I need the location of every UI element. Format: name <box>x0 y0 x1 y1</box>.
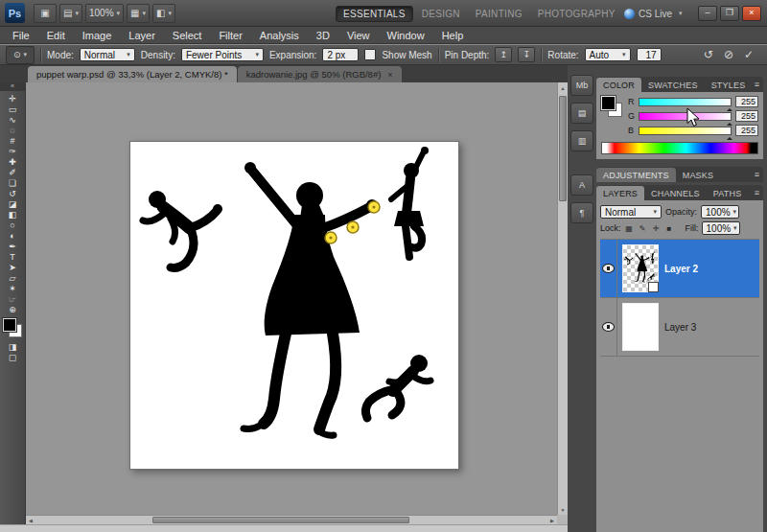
tab-adjustments[interactable]: ADJUSTMENTS <box>596 168 676 182</box>
menu-3d[interactable]: 3D <box>308 27 338 43</box>
zoom-tool[interactable]: ⊕ <box>2 304 24 314</box>
menu-window[interactable]: Window <box>379 27 433 43</box>
foreground-color-swatch[interactable] <box>3 318 16 332</box>
opacity-input[interactable]: 100% <box>701 205 739 219</box>
scroll-down-icon[interactable]: ▼ <box>558 504 568 515</box>
cs-live-button[interactable]: CS Live <box>624 4 683 23</box>
pen-tool[interactable]: ✒ <box>2 241 24 251</box>
lock-transparency-button[interactable]: ▦ <box>624 224 635 233</box>
layer-row-layer2[interactable]: Layer 2 <box>600 240 759 298</box>
horizontal-scrollbar[interactable]: ◀ ▶ <box>26 515 557 524</box>
layer-name[interactable]: Layer 3 <box>664 322 696 333</box>
workspace-painting[interactable]: PAINTING <box>469 7 529 21</box>
workspace-design[interactable]: DESIGN <box>415 7 467 21</box>
lock-image-button[interactable]: ✎ <box>638 224 648 233</box>
type-tool[interactable]: T <box>2 251 24 262</box>
path-selection-tool[interactable]: ➤ <box>2 262 24 272</box>
bridge-icon[interactable]: ▣ <box>34 4 57 23</box>
menu-filter[interactable]: Filter <box>210 27 250 43</box>
panel-color-swatches[interactable] <box>601 96 622 117</box>
tab-close-icon[interactable]: × <box>387 70 392 80</box>
pin-depth-down-button[interactable]: ↧ <box>518 47 535 62</box>
view-extras-icon[interactable]: ▤ <box>59 4 82 23</box>
vertical-scrollbar[interactable]: ▲ ▼ <box>557 82 568 515</box>
rotate-angle-input[interactable]: 17 <box>637 48 662 61</box>
move-tool[interactable]: ✛ <box>2 93 24 104</box>
puppet-warp-pin[interactable] <box>325 232 337 243</box>
menu-file[interactable]: File <box>4 27 38 43</box>
clone-source-icon[interactable]: ▥ <box>570 130 593 151</box>
rotate-dropdown[interactable]: Auto <box>585 48 631 61</box>
panel-menu-icon[interactable]: ≡ <box>755 188 759 197</box>
blue-slider[interactable] <box>639 127 732 135</box>
marquee-tool[interactable]: ▭ <box>2 104 24 114</box>
screen-mode-icon[interactable]: ◧ <box>152 4 175 23</box>
panel-foreground-swatch[interactable] <box>601 96 616 110</box>
gradient-tool[interactable]: ◧ <box>2 209 24 220</box>
commit-warp-icon[interactable]: ✓ <box>744 48 754 61</box>
document-tab-kadrowanie[interactable]: kadrowanie.jpg @ 50% (RGB/8#) × <box>238 66 402 82</box>
red-value-input[interactable]: 255 <box>735 96 758 107</box>
workspace-photography[interactable]: PHOTOGRAPHY <box>531 7 622 21</box>
document-canvas[interactable] <box>129 141 459 470</box>
canvas-area[interactable] <box>26 82 557 515</box>
green-value-input[interactable]: 255 <box>735 110 758 122</box>
blend-mode-dropdown[interactable]: Normal <box>600 205 662 219</box>
color-swatches-widget[interactable] <box>3 318 22 337</box>
blue-value-input[interactable]: 255 <box>735 125 758 136</box>
brush-presets-icon[interactable]: ▤ <box>570 103 593 124</box>
tab-styles[interactable]: STYLES <box>705 78 753 92</box>
menu-image[interactable]: Image <box>74 27 121 43</box>
lock-position-button[interactable]: ✛ <box>651 224 662 233</box>
eye-icon[interactable] <box>602 264 615 273</box>
tab-color[interactable]: COLOR <box>596 78 641 92</box>
zoom-level-dropdown[interactable]: 100% <box>85 4 124 23</box>
tab-layers[interactable]: LAYERS <box>596 186 644 200</box>
eye-icon[interactable] <box>602 322 615 332</box>
lasso-tool[interactable]: ∿ <box>2 114 24 125</box>
mini-bridge-icon[interactable]: Mb <box>570 75 593 96</box>
scroll-up-icon[interactable]: ▲ <box>558 82 568 93</box>
blur-tool[interactable]: ○ <box>2 220 24 230</box>
visibility-cell[interactable] <box>600 240 617 297</box>
brush-tool[interactable]: ✐ <box>2 167 24 177</box>
green-slider[interactable] <box>639 112 732 121</box>
crop-tool[interactable]: # <box>2 135 24 146</box>
fill-input[interactable]: 100% <box>702 221 740 235</box>
expansion-input[interactable]: 2 px <box>322 48 359 61</box>
menu-layer[interactable]: Layer <box>120 27 164 43</box>
workspace-essentials[interactable]: ESSENTIALS <box>336 6 413 22</box>
red-slider[interactable] <box>639 98 732 106</box>
tab-masks[interactable]: MASKS <box>676 168 721 182</box>
remove-pins-icon[interactable]: ↺ <box>704 48 713 61</box>
3d-rotate-tool[interactable]: ✶ <box>2 283 24 293</box>
minimize-button[interactable]: – <box>698 6 717 21</box>
layer-row-layer3[interactable]: Layer 3 <box>600 298 759 357</box>
quick-selection-tool[interactable]: ◌ <box>2 125 24 135</box>
screen-mode-button[interactable]: ▢ <box>2 352 24 362</box>
layer-name[interactable]: Layer 2 <box>664 264 698 274</box>
layer-thumbnail[interactable] <box>622 303 659 351</box>
menu-select[interactable]: Select <box>164 27 211 43</box>
tab-swatches[interactable]: SWATCHES <box>641 78 705 92</box>
menu-edit[interactable]: Edit <box>38 27 74 43</box>
dodge-tool[interactable]: ◐ <box>2 230 24 241</box>
vertical-scroll-thumb[interactable] <box>559 96 567 201</box>
pin-depth-up-button[interactable]: ↥ <box>495 47 512 62</box>
cancel-warp-icon[interactable]: ⊘ <box>724 48 733 61</box>
color-spectrum-ramp[interactable] <box>601 142 758 154</box>
healing-brush-tool[interactable]: ✚ <box>2 156 24 167</box>
mode-dropdown[interactable]: Normal <box>80 48 135 61</box>
restore-button[interactable]: ❐ <box>720 6 739 21</box>
tab-channels[interactable]: CHANNELS <box>644 186 707 200</box>
panel-menu-icon[interactable]: ≡ <box>755 170 759 179</box>
character-panel-icon[interactable]: A <box>570 174 593 196</box>
quick-mask-button[interactable]: ◨ <box>2 341 24 352</box>
menu-view[interactable]: View <box>338 27 379 43</box>
paragraph-panel-icon[interactable]: ¶ <box>570 202 593 223</box>
visibility-cell[interactable] <box>600 298 617 356</box>
toolbar-collapse-icon[interactable]: « <box>0 82 25 91</box>
clone-stamp-tool[interactable]: ❏ <box>2 177 24 188</box>
show-mesh-checkbox[interactable] <box>364 49 376 60</box>
photoshop-logo-icon[interactable]: Ps <box>5 3 25 23</box>
